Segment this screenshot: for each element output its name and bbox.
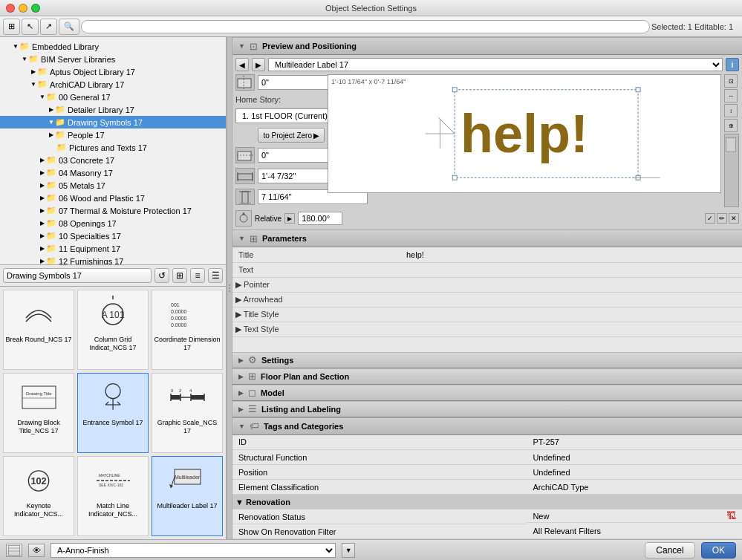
- close-btn-small[interactable]: ✕: [729, 213, 739, 224]
- param-title-style-row[interactable]: ▶ Title Style: [232, 307, 742, 322]
- window-controls[interactable]: [6, 4, 40, 13]
- param-title-input[interactable]: [406, 250, 736, 259]
- side-ctrl-1[interactable]: ⊡: [724, 74, 738, 88]
- tree-item-wood[interactable]: ▶ 📁 06 Wood and Plastic 17: [0, 192, 226, 204]
- tree-area: ▼ 📁 Embedded Library ▼ 📁 BIM Server Libr…: [0, 37, 226, 264]
- nav-btn-2[interactable]: ↖: [22, 19, 39, 35]
- tags-section-header[interactable]: ▼ 🏷 Tags and Categories: [232, 417, 742, 435]
- layer-dropdown-btn[interactable]: ▼: [342, 543, 355, 558]
- to-project-zero-btn[interactable]: to Project Zero ▶: [258, 128, 325, 143]
- tree-label-general: 00 General 17: [59, 93, 111, 102]
- listing-section-header[interactable]: ▶ ☰ Listing and Labeling: [232, 401, 742, 417]
- svg-text:SEE XX/C-102: SEE XX/C-102: [99, 483, 123, 487]
- ok-button[interactable]: OK: [701, 542, 736, 559]
- visibility-eye-icon[interactable]: 👁: [28, 544, 45, 557]
- obj-match-line[interactable]: MATCHLINE SEE XX/C-102 Match Line Indica…: [77, 456, 149, 536]
- layer-pattern-icon: [6, 544, 22, 557]
- tree-item-thermal[interactable]: ▶ 📁 07 Thermal & Moisture Protection 17: [0, 204, 226, 217]
- close-button[interactable]: [6, 4, 15, 13]
- side-ctrl-2[interactable]: ↔: [724, 89, 738, 102]
- preview-section-header[interactable]: ▼ ⊡ Preview and Positioning: [232, 37, 742, 55]
- preview-dropdown[interactable]: Multileader Label 17: [268, 58, 723, 71]
- resize-handle[interactable]: [227, 37, 232, 539]
- info-icon: i: [732, 61, 734, 69]
- nav-btn-1[interactable]: ⊞: [3, 19, 20, 35]
- tree-item-equipment[interactable]: ▶ 📁 11 Equipment 17: [0, 242, 226, 255]
- param-text-style-row[interactable]: ▶ Text Style: [232, 322, 742, 336]
- obj-drawing-block[interactable]: Drawing Title Drawing Block Title_NCS 17: [3, 373, 74, 453]
- obj-multileader[interactable]: Multileader Multileader Label 17: [152, 456, 223, 536]
- obj-graphic-scale[interactable]: 0 2 4 Graphic Scale_NCS 17: [152, 373, 223, 453]
- tree-label-archicad: ArchiCAD Library 17: [50, 80, 124, 89]
- tree-item-embedded[interactable]: ▼ 📁 Embedded Library: [0, 40, 226, 53]
- tree-item-detailer[interactable]: ▶ 📁 Detailer Library 17: [0, 103, 226, 116]
- width-icon: [235, 168, 255, 184]
- svg-rect-34: [238, 79, 251, 88]
- obj-entrance-sym[interactable]: Entrance Symbol 17: [77, 373, 149, 453]
- obj-keynote[interactable]: 102 Keynote Indicator_NCS...: [3, 456, 74, 536]
- param-pointer-row[interactable]: ▶ Pointer: [232, 277, 742, 292]
- width-svg: [236, 169, 254, 183]
- reno-status-icon: 🏗: [726, 510, 736, 521]
- param-value-title[interactable]: [400, 247, 742, 262]
- param-arrowhead-row[interactable]: ▶ Arrowhead: [232, 292, 742, 307]
- floor-plan-section-header[interactable]: ▶ ⊞ Floor Plan and Section: [232, 368, 742, 385]
- tree-item-aptus[interactable]: ▶ 📁 Aptus Object Library 17: [0, 65, 226, 78]
- arrow-right-icon-metals: ▶: [39, 182, 46, 189]
- param-name-arrowhead: ▶ Arrowhead: [232, 292, 400, 307]
- library-selector: Drawing Symbols 17 ↺ ⊞ ≡ ☰: [0, 264, 226, 287]
- tree-item-general[interactable]: ▼ 📁 00 General 17: [0, 91, 226, 103]
- preview-info-btn[interactable]: i: [726, 58, 739, 71]
- search-btn[interactable]: 🔍: [59, 19, 79, 35]
- side-ctrl-3[interactable]: ↕: [724, 104, 738, 117]
- selected-info: Selected: 1 Editable: 1: [651, 22, 739, 31]
- main-layout: ▼ 📁 Embedded Library ▼ 📁 BIM Server Libr…: [0, 37, 742, 539]
- obj-break-round[interactable]: Break Round_NCS 17: [3, 290, 74, 370]
- tree-item-concrete[interactable]: ▶ 📁 03 Concrete 17: [0, 154, 226, 166]
- side-ctrl-4[interactable]: ⊕: [724, 119, 738, 132]
- cancel-button[interactable]: Cancel: [645, 542, 694, 559]
- lib-detail-view-btn[interactable]: ☰: [208, 268, 223, 283]
- maximize-button[interactable]: [31, 4, 40, 13]
- obj-label-drawing: Drawing Block Title_NCS 17: [5, 419, 72, 435]
- layer-select[interactable]: A-Anno-Finish: [51, 543, 336, 558]
- check-btn[interactable]: ✓: [705, 213, 715, 224]
- tree-item-people[interactable]: ▶ 📁 People 17: [0, 128, 226, 141]
- prev-right-btn[interactable]: ▶: [252, 58, 265, 71]
- folder-icon-spec: 📁: [46, 231, 56, 241]
- obj-column-grid[interactable]: A 101 Column Grid Indicat_NCS 17: [77, 290, 149, 370]
- tree-item-specialties[interactable]: ▶ 📁 10 Specialties 17: [0, 229, 226, 242]
- lib-list-view-btn[interactable]: ≡: [190, 268, 205, 283]
- edit-btn[interactable]: ✏: [717, 213, 727, 224]
- obj-coord-dim[interactable]: 001 0.0000 0.0000 0.0000 Coordinate Dime…: [152, 290, 223, 370]
- prev-left-btn[interactable]: ◀: [235, 58, 249, 71]
- tree-item-furnishings[interactable]: ▶ 📁 12 Furnishings 17: [0, 255, 226, 264]
- library-dropdown[interactable]: Drawing Symbols 17: [3, 268, 152, 283]
- lib-refresh-btn[interactable]: ↺: [154, 268, 169, 283]
- settings-section-header[interactable]: ▶ ⚙ Settings: [232, 352, 742, 368]
- parameters-section-header[interactable]: ▼ ⊞ Parameters: [232, 229, 742, 247]
- keynote-svg: 102: [19, 462, 59, 499]
- height-row: [235, 189, 325, 205]
- tree-item-pictures[interactable]: 📁 Pictures and Texts 17: [0, 141, 226, 154]
- tags-content: ID PT-257 Structural Function Undefined …: [232, 435, 742, 540]
- tree-item-drawing-symbols[interactable]: ▼ 📁 Drawing Symbols 17: [0, 116, 226, 128]
- tree-item-bim[interactable]: ▼ 📁 BIM Server Libraries: [0, 53, 226, 65]
- search-input[interactable]: [81, 20, 650, 33]
- model-section-header[interactable]: ▶ ◻ Model: [232, 385, 742, 401]
- tag-name-position: Position: [232, 465, 527, 480]
- project-zero-label: to Project Zero: [263, 131, 312, 140]
- tree-item-openings[interactable]: ▶ 📁 08 Openings 17: [0, 217, 226, 229]
- tree-item-masonry[interactable]: ▶ 📁 04 Masonry 17: [0, 166, 226, 179]
- rotation-right-arrow[interactable]: ▶: [284, 213, 295, 224]
- minimize-button[interactable]: [19, 4, 27, 13]
- coord-dim-svg: 001 0.0000 0.0000 0.0000: [167, 296, 208, 333]
- tree-item-metals[interactable]: ▶ 📁 05 Metals 17: [0, 179, 226, 192]
- tree-item-archicad[interactable]: ▼ 📁 ArchiCAD Library 17: [0, 78, 226, 91]
- lib-grid-view-btn[interactable]: ⊞: [172, 268, 187, 283]
- nav-btn-3[interactable]: ↗: [40, 19, 57, 35]
- x-offset-svg: [236, 76, 254, 89]
- rotation-relative-label: Relative: [255, 215, 281, 223]
- rotation-input[interactable]: [298, 212, 342, 225]
- scroll-indicator[interactable]: [724, 134, 739, 207]
